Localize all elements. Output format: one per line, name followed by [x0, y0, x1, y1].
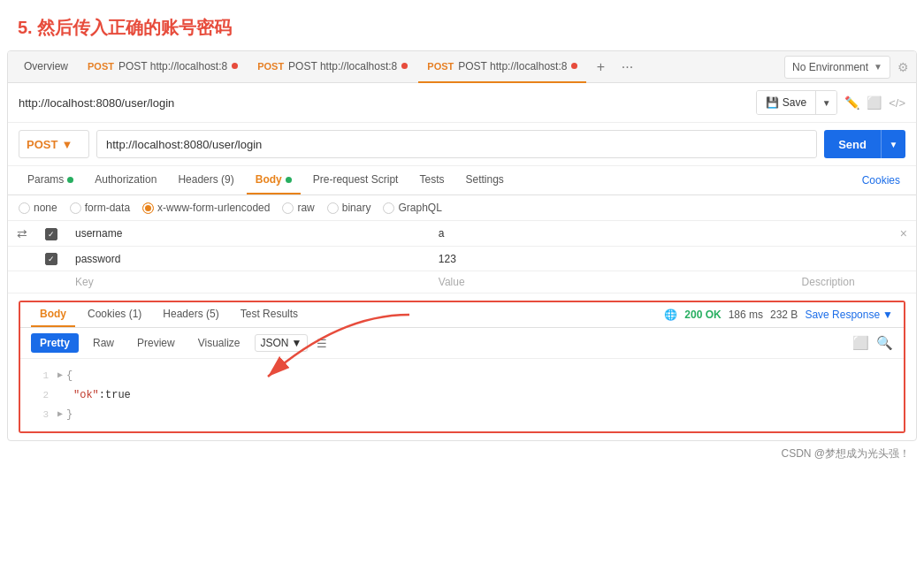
- copy-response-icon[interactable]: ⬜: [852, 335, 869, 351]
- tab-params[interactable]: Params: [19, 166, 82, 194]
- col-value-header: Value: [430, 271, 793, 293]
- table-row: ⇄ username a ×: [8, 221, 916, 247]
- view-tab-preview[interactable]: Preview: [128, 333, 184, 353]
- tab-dot-2: [401, 63, 408, 69]
- tab-headers[interactable]: Headers (9): [169, 166, 242, 194]
- code-line-3: 3 ▶ }: [27, 405, 893, 424]
- save-response-button[interactable]: Save Response ▼: [805, 309, 893, 321]
- resp-tab-headers[interactable]: Headers (5): [154, 302, 227, 327]
- radio-binary[interactable]: binary: [327, 202, 371, 214]
- save-button-main[interactable]: 💾 Save: [757, 91, 815, 114]
- tab-dot-1: [232, 63, 238, 69]
- checkbox-password[interactable]: [45, 253, 57, 265]
- body-type-row: none form-data x-www-form-urlencoded raw…: [8, 195, 916, 221]
- tab-dot-3: [571, 63, 577, 69]
- status-200: 200 OK: [684, 309, 721, 321]
- request-tabs: Params Authorization Headers (9) Body Pr…: [8, 166, 916, 195]
- radio-urlencoded[interactable]: x-www-form-urlencoded: [142, 202, 270, 214]
- view-tab-visualize[interactable]: Visualize: [189, 333, 249, 353]
- code-val-true: true: [105, 385, 131, 405]
- radio-circle-graphql: [383, 202, 394, 214]
- line-num-3: 3: [27, 405, 49, 424]
- save-label: Save: [783, 96, 806, 109]
- save-arrow-button[interactable]: ▼: [815, 91, 836, 114]
- desc-password: [793, 247, 884, 271]
- code-line-2: 2 "ok" : true: [27, 385, 893, 405]
- value-username: a: [430, 221, 793, 247]
- filter-icon[interactable]: ⇄: [17, 226, 27, 240]
- tab-overview[interactable]: Overview: [15, 51, 77, 83]
- response-icons: ⬜ 🔍: [852, 335, 893, 351]
- table-row: password 123: [8, 247, 916, 271]
- environment-select[interactable]: No Environment ▼: [784, 56, 890, 79]
- code-key-ok: "ok": [73, 385, 99, 405]
- code-area: 1 ▶ { 2 "ok" : true 3 ▶ }: [20, 359, 904, 431]
- form-table: ⇄ username a × password 123: [8, 221, 916, 293]
- settings-icon[interactable]: ⚙: [897, 60, 909, 74]
- postman-container: Overview POST POST http://localhost:8 PO…: [7, 50, 917, 441]
- radio-circle-none: [19, 202, 30, 214]
- line-num-2: 2: [27, 385, 49, 405]
- method-label: POST: [27, 138, 57, 151]
- radio-raw[interactable]: raw: [282, 202, 314, 214]
- send-button[interactable]: Send: [824, 130, 881, 158]
- edit-icon[interactable]: ✏️: [844, 95, 859, 110]
- copy-icon[interactable]: ⬜: [867, 95, 882, 110]
- filter-lines-icon[interactable]: ☰: [317, 337, 327, 350]
- response-view-row: Pretty Raw Preview Visualize JSON ▼ ☰ ⬜ …: [20, 328, 904, 359]
- key-username: username: [66, 221, 430, 247]
- url-input[interactable]: [96, 130, 817, 158]
- tab-post-1[interactable]: POST POST http://localhost:8: [79, 51, 247, 83]
- search-icon[interactable]: 🔍: [876, 335, 893, 351]
- status-time: 186 ms: [729, 309, 763, 321]
- view-tab-pretty[interactable]: Pretty: [31, 333, 79, 353]
- tab-post-2[interactable]: POST POST http://localhost:8: [248, 51, 416, 83]
- code-colon: :: [99, 385, 105, 405]
- method-select[interactable]: POST ▼: [19, 130, 89, 158]
- response-section: Body Cookies (1) Headers (5) Test Result…: [19, 301, 905, 433]
- radio-form-data[interactable]: form-data: [70, 202, 130, 214]
- value-password: 123: [430, 247, 793, 271]
- tab-body[interactable]: Body: [247, 166, 301, 194]
- radio-circle-binary: [327, 202, 339, 214]
- radio-circle-urlencoded: [142, 202, 154, 214]
- expand-icon-3[interactable]: ▶: [57, 405, 63, 424]
- body-dot: [286, 177, 292, 183]
- code-icon[interactable]: </>: [889, 96, 905, 110]
- more-tabs-button[interactable]: ···: [615, 55, 639, 80]
- view-tab-raw[interactable]: Raw: [84, 333, 123, 353]
- save-response-chevron: ▼: [882, 309, 893, 321]
- radio-graphql[interactable]: GraphQL: [383, 202, 441, 214]
- delete-username-button[interactable]: ×: [900, 226, 907, 240]
- checkbox-username[interactable]: [45, 228, 57, 240]
- code-bracket-open: {: [66, 366, 73, 385]
- send-arrow-button[interactable]: ▼: [881, 130, 905, 158]
- footer: CSDN @梦想成为光头强！: [0, 441, 924, 467]
- request-title: http://localhost:8080/user/login: [19, 96, 749, 110]
- tab-authorization[interactable]: Authorization: [86, 166, 165, 194]
- resp-tab-body[interactable]: Body: [31, 302, 75, 327]
- new-tab-button[interactable]: +: [588, 55, 613, 80]
- method-url-row: POST ▼ Send ▼: [8, 123, 916, 166]
- cookies-link[interactable]: Cookies: [857, 167, 905, 194]
- expand-icon-1[interactable]: ▶: [57, 366, 63, 385]
- col-key-header: Key: [66, 271, 430, 293]
- radio-circle-form-data: [70, 202, 81, 214]
- save-button-group: 💾 Save ▼: [756, 90, 837, 115]
- line-num-1: 1: [27, 366, 49, 385]
- page-title: 5. 然后传入正确的账号密码: [0, 0, 924, 50]
- tab-post-3[interactable]: POST POST http://localhost:8: [418, 51, 586, 83]
- tab-settings[interactable]: Settings: [456, 166, 512, 194]
- resp-tab-cookies[interactable]: Cookies (1): [79, 302, 150, 327]
- tab-tests[interactable]: Tests: [410, 166, 453, 194]
- code-area-container: 1 ▶ { 2 "ok" : true 3 ▶ }: [20, 359, 904, 431]
- resp-tab-test-results[interactable]: Test Results: [232, 302, 307, 327]
- radio-none[interactable]: none: [19, 202, 57, 214]
- method-chevron: ▼: [61, 138, 73, 151]
- format-select[interactable]: JSON ▼: [255, 334, 309, 352]
- code-line-1: 1 ▶ {: [27, 366, 893, 385]
- response-status-area: 🌐 200 OK 186 ms 232 B Save Response ▼: [310, 309, 893, 321]
- col-desc-header: Description: [793, 271, 884, 293]
- radio-circle-raw: [282, 202, 294, 214]
- tab-pre-request[interactable]: Pre-request Script: [304, 166, 408, 194]
